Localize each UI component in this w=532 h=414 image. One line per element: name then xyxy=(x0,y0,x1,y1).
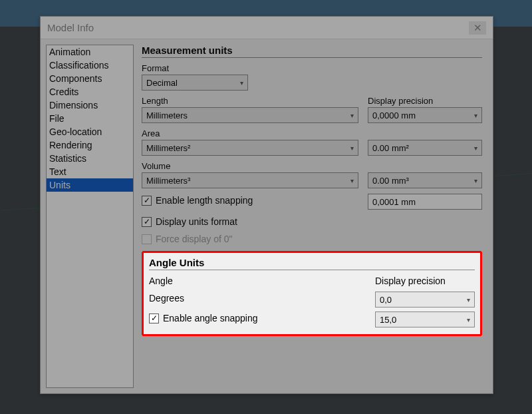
sidebar-item-file[interactable]: File xyxy=(47,112,133,125)
enable-length-snapping-label: Enable length snapping xyxy=(156,195,253,206)
chevron-down-icon: ▾ xyxy=(350,177,354,184)
angle-precision-value: 0,0 xyxy=(380,295,463,305)
volume-precision-dropdown[interactable]: 0.00 mm³ ▾ xyxy=(368,172,482,188)
length-snapping-input[interactable]: 0,0001 mm xyxy=(368,194,482,210)
sidebar-item-dimensions[interactable]: Dimensions xyxy=(47,99,133,112)
sidebar-item-geo-location[interactable]: Geo-location xyxy=(47,125,133,138)
chevron-down-icon: ▾ xyxy=(350,112,354,119)
close-button[interactable]: ✕ xyxy=(469,21,486,35)
angle-units-highlight: Angle Units Angle Display precision Degr… xyxy=(142,251,482,336)
area-value: Millimeters² xyxy=(146,143,346,153)
sidebar-item-animation[interactable]: Animation xyxy=(47,45,133,59)
chevron-down-icon: ▾ xyxy=(474,112,477,119)
angle-snapping-dropdown[interactable]: 15,0 ▾ xyxy=(375,311,475,327)
area-precision-value: 0.00 mm² xyxy=(372,143,470,153)
volume-precision-value: 0.00 mm³ xyxy=(372,176,470,186)
dialog-content: Animation Classifications Components Cre… xyxy=(41,39,493,393)
dialog-titlebar: Model Info ✕ xyxy=(41,17,493,39)
sidebar-item-classifications[interactable]: Classifications xyxy=(47,59,133,72)
display-units-format-row[interactable]: ✓ Display units format xyxy=(142,216,482,227)
category-sidebar: Animation Classifications Components Cre… xyxy=(46,45,134,388)
sidebar-item-units[interactable]: Units xyxy=(47,178,133,192)
angle-snapping-value: 15,0 xyxy=(380,315,463,325)
length-snapping-value: 0,0001 mm xyxy=(372,197,416,207)
enable-length-snapping-checkbox[interactable]: ✓ xyxy=(142,196,152,206)
angle-label: Angle xyxy=(149,274,366,288)
angle-precision-label: Display precision xyxy=(375,274,475,288)
format-label: Format xyxy=(142,63,482,73)
dialog-title: Model Info xyxy=(47,22,94,33)
angle-unit-value: Degrees xyxy=(149,292,366,305)
display-units-format-label: Display units format xyxy=(156,216,237,227)
chevron-down-icon: ▾ xyxy=(467,296,470,304)
enable-angle-snapping-checkbox[interactable]: ✓ xyxy=(149,313,159,323)
angle-precision-dropdown[interactable]: 0,0 ▾ xyxy=(375,292,475,308)
length-precision-value: 0,0000 mm xyxy=(372,110,470,120)
sidebar-item-text[interactable]: Text xyxy=(47,165,133,178)
display-units-format-checkbox[interactable]: ✓ xyxy=(142,217,152,227)
force-display-row: Force display of 0" xyxy=(142,234,482,244)
volume-value: Millimeters³ xyxy=(146,176,346,186)
chevron-down-icon: ▾ xyxy=(474,144,477,152)
volume-label: Volume xyxy=(142,161,358,171)
chevron-down-icon: ▾ xyxy=(474,177,477,184)
length-label: Length xyxy=(142,96,358,106)
close-icon: ✕ xyxy=(473,22,482,34)
sidebar-item-credits[interactable]: Credits xyxy=(47,85,133,99)
volume-dropdown[interactable]: Millimeters³ ▾ xyxy=(142,172,358,188)
length-value: Millimeters xyxy=(146,110,346,120)
sidebar-item-components[interactable]: Components xyxy=(47,72,133,85)
measurement-section-title: Measurement units xyxy=(142,45,482,58)
chevron-down-icon: ▾ xyxy=(467,316,470,323)
format-dropdown[interactable]: Decimal ▾ xyxy=(142,75,248,91)
enable-angle-snapping-label: Enable angle snapping xyxy=(163,313,257,323)
enable-length-snapping-row[interactable]: ✓ Enable length snapping xyxy=(142,195,358,206)
length-dropdown[interactable]: Millimeters ▾ xyxy=(142,107,358,123)
main-panel: Measurement units Format Decimal ▾ Lengt… xyxy=(140,45,487,388)
model-info-dialog: Model Info ✕ Animation Classifications C… xyxy=(40,16,493,394)
sidebar-item-statistics[interactable]: Statistics xyxy=(47,152,133,165)
length-precision-dropdown[interactable]: 0,0000 mm ▾ xyxy=(368,107,482,123)
force-display-label: Force display of 0" xyxy=(156,234,232,244)
angle-section-title: Angle Units xyxy=(149,257,475,270)
enable-angle-snapping-row[interactable]: ✓ Enable angle snapping xyxy=(149,313,366,323)
force-display-checkbox xyxy=(142,234,152,244)
chevron-down-icon: ▾ xyxy=(350,144,354,152)
format-value: Decimal xyxy=(146,78,236,88)
chevron-down-icon: ▾ xyxy=(240,79,243,87)
area-dropdown[interactable]: Millimeters² ▾ xyxy=(142,140,358,156)
sidebar-item-rendering[interactable]: Rendering xyxy=(47,138,133,152)
length-precision-label: Display precision xyxy=(368,96,482,106)
area-precision-dropdown[interactable]: 0.00 mm² ▾ xyxy=(368,140,482,156)
area-label: Area xyxy=(142,128,358,138)
